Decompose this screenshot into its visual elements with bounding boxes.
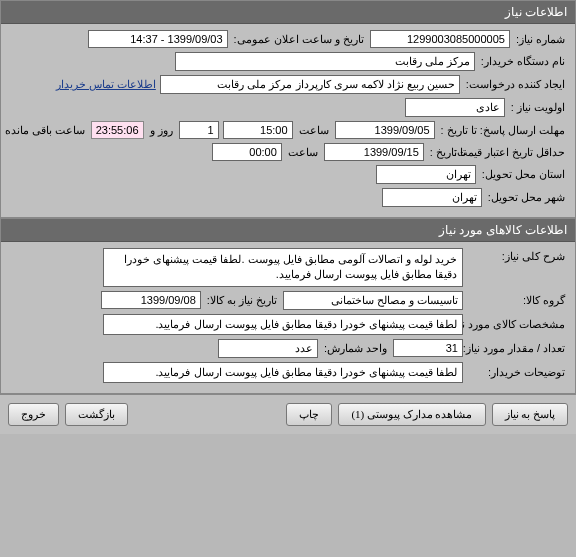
row-spec: مشخصات کالای مورد نیاز: لطفا قیمت پیشنها… bbox=[9, 314, 567, 335]
group-field: تاسیسات و مصالح ساختمانی bbox=[283, 291, 463, 310]
time-label-2: ساعت bbox=[286, 144, 320, 161]
spec-label: مشخصات کالای مورد نیاز: bbox=[467, 316, 567, 333]
row-request-number: شماره نیاز: 1299003085000005 تاریخ و ساع… bbox=[9, 30, 567, 48]
buyer-notes-field: لطفا قیمت پیشنهای خودرا دقیقا مطابق فایل… bbox=[103, 362, 463, 383]
priority-field: عادی bbox=[405, 98, 505, 117]
view-attachments-button[interactable]: مشاهده مدارک پیوستی (1) bbox=[338, 403, 485, 426]
exit-button[interactable]: خروج bbox=[8, 403, 59, 426]
buyer-name-field: مرکز ملی رقابت bbox=[175, 52, 475, 71]
validity-to-label: تا تاریخ : bbox=[428, 144, 468, 161]
panel1-header: اطلاعات نیاز bbox=[1, 1, 575, 24]
creator-label: ایجاد کننده درخواست: bbox=[464, 76, 567, 93]
row-qty: تعداد / مقدار مورد نیاز: 31 واحد شمارش: … bbox=[9, 339, 567, 358]
delivery-city-label: شهر محل تحویل: bbox=[486, 189, 567, 206]
qty-field: 31 bbox=[393, 339, 463, 357]
buyer-contact-link[interactable]: اطلاعات تماس خریدار bbox=[56, 78, 156, 91]
delivery-city-field: تهران bbox=[382, 188, 482, 207]
row-delivery-province: استان محل تحویل: تهران bbox=[9, 165, 567, 184]
row-validity: حداقل تاریخ اعتبار قیمت: تا تاریخ : 1399… bbox=[9, 143, 567, 161]
announce-date-label: تاریخ و ساعت اعلان عمومی: bbox=[232, 31, 366, 48]
row-response-deadline: مهلت ارسال پاسخ: تا تاریخ : 1399/09/05 س… bbox=[9, 121, 567, 139]
qty-label: تعداد / مقدار مورد نیاز: bbox=[467, 340, 567, 357]
desc-label: شرح کلی نیاز: bbox=[467, 248, 567, 265]
row-buyer-notes: توضیحات خریدار: لطفا قیمت پیشنهای خودرا … bbox=[9, 362, 567, 383]
required-date-field: 1399/09/08 bbox=[101, 291, 201, 309]
row-desc: شرح کلی نیاز: خرید لوله و اتصالات آلومی … bbox=[9, 248, 567, 287]
need-info-panel: اطلاعات نیاز شماره نیاز: 129900308500000… bbox=[0, 0, 576, 218]
buyer-name-label: نام دستگاه خریدار: bbox=[479, 53, 567, 70]
remaining-time-field: 23:55:06 bbox=[91, 121, 144, 139]
unit-field: عدد bbox=[218, 339, 318, 358]
request-number-label: شماره نیاز: bbox=[514, 31, 567, 48]
days-label: روز و bbox=[148, 122, 175, 139]
min-validity-label: حداقل تاریخ اعتبار قیمت: bbox=[472, 144, 567, 161]
panel2-body: شرح کلی نیاز: خرید لوله و اتصالات آلومی … bbox=[1, 242, 575, 393]
priority-label: اولویت نیاز : bbox=[509, 99, 567, 116]
buyer-notes-label: توضیحات خریدار: bbox=[467, 364, 567, 381]
row-group: گروه کالا: تاسیسات و مصالح ساختمانی تاری… bbox=[9, 291, 567, 310]
desc-field: خرید لوله و اتصالات آلومی مطابق فایل پیو… bbox=[103, 248, 463, 287]
response-date-field: 1399/09/05 bbox=[335, 121, 435, 139]
respond-button[interactable]: پاسخ به نیاز bbox=[492, 403, 569, 426]
validity-date-field: 1399/09/15 bbox=[324, 143, 424, 161]
group-label: گروه کالا: bbox=[467, 292, 567, 309]
row-delivery-city: شهر محل تحویل: تهران bbox=[9, 188, 567, 207]
button-bar: پاسخ به نیاز مشاهده مدارک پیوستی (1) چاپ… bbox=[0, 394, 576, 434]
panel2-header: اطلاعات کالاهای مورد نیاز bbox=[1, 219, 575, 242]
back-button[interactable]: بازگشت bbox=[65, 403, 128, 426]
required-date-label: تاریخ نیاز به کالا: bbox=[205, 292, 279, 309]
validity-time-field: 00:00 bbox=[212, 143, 282, 161]
spacer bbox=[134, 403, 280, 426]
row-priority: اولویت نیاز : عادی bbox=[9, 98, 567, 117]
announce-date-field: 1399/09/03 - 14:37 bbox=[88, 30, 228, 48]
remain-label: ساعت باقی مانده bbox=[3, 122, 87, 139]
delivery-province-label: استان محل تحویل: bbox=[480, 166, 567, 183]
request-number-field: 1299003085000005 bbox=[370, 30, 510, 48]
time-label-1: ساعت bbox=[297, 122, 331, 139]
delivery-province-field: تهران bbox=[376, 165, 476, 184]
spec-field: لطفا قیمت پیشنهای خودرا دقیقا مطابق فایل… bbox=[103, 314, 463, 335]
creator-field: حسین ربیع نژاد لاکمه سری کارپرداز مرکز م… bbox=[160, 75, 460, 94]
row-buyer-name: نام دستگاه خریدار: مرکز ملی رقابت bbox=[9, 52, 567, 71]
response-time-field: 15:00 bbox=[223, 121, 293, 139]
panel1-body: شماره نیاز: 1299003085000005 تاریخ و ساع… bbox=[1, 24, 575, 217]
response-deadline-label: مهلت ارسال پاسخ: تا تاریخ : bbox=[439, 122, 567, 139]
unit-label: واحد شمارش: bbox=[322, 340, 389, 357]
days-field: 1 bbox=[179, 121, 219, 139]
print-button[interactable]: چاپ bbox=[286, 403, 332, 426]
goods-info-panel: اطلاعات کالاهای مورد نیاز شرح کلی نیاز: … bbox=[0, 218, 576, 394]
row-creator: ایجاد کننده درخواست: حسین ربیع نژاد لاکم… bbox=[9, 75, 567, 94]
